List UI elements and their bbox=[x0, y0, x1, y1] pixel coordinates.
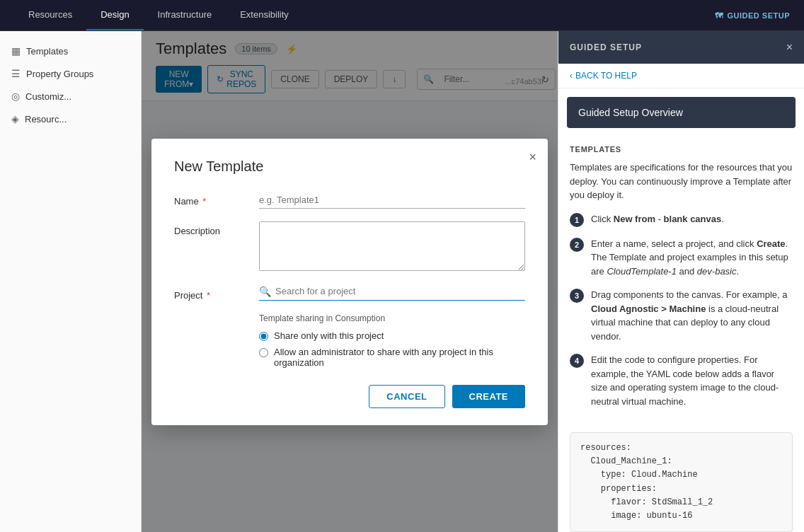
tab-extensibility[interactable]: Extensibility bbox=[226, 0, 303, 30]
map-icon: 🗺 bbox=[715, 11, 723, 20]
tab-resources[interactable]: Resources bbox=[14, 0, 86, 30]
guided-panel-header: GUIDED SETUP × bbox=[558, 31, 804, 64]
project-search-input[interactable] bbox=[275, 286, 525, 296]
sidebar-item-templates[interactable]: ▦ Templates bbox=[0, 40, 141, 62]
step-text-2: Enter a name, select a project, and clic… bbox=[591, 237, 793, 279]
project-search-icon: 🔍 bbox=[259, 286, 271, 297]
property-groups-icon: ☰ bbox=[11, 68, 21, 79]
tab-design[interactable]: Design bbox=[86, 0, 143, 30]
project-field-row: Project * 🔍 bbox=[174, 286, 525, 301]
sharing-option-1: Share only with this project bbox=[259, 330, 525, 341]
nav-tabs: Resources Design Infrastructure Extensib… bbox=[14, 0, 715, 30]
tab-infrastructure[interactable]: Infrastructure bbox=[144, 0, 226, 30]
project-label: Project * bbox=[174, 286, 259, 301]
resources-icon: ◈ bbox=[11, 113, 19, 125]
name-label: Name * bbox=[174, 192, 259, 207]
sidebar-item-resources[interactable]: ◈ Resourc... bbox=[0, 108, 141, 130]
sharing-section: Template sharing in Consumption Share on… bbox=[259, 313, 525, 368]
guided-panel-close-button[interactable]: × bbox=[786, 41, 793, 54]
templates-section-label: TEMPLATES bbox=[570, 145, 793, 154]
sharing-option-2: Allow an administrator to share with any… bbox=[259, 347, 525, 368]
chevron-left-icon: ‹ bbox=[570, 71, 573, 81]
project-search-wrapper: 🔍 bbox=[259, 286, 525, 301]
name-field bbox=[259, 192, 525, 209]
sidebar: ▦ Templates ☰ Property Groups ◎ Customiz… bbox=[0, 31, 142, 532]
step-1: 1 Click New from - blank canvas. bbox=[570, 212, 793, 227]
step-number-1: 1 bbox=[570, 213, 584, 227]
modal-footer: CANCEL CREATE bbox=[174, 385, 525, 408]
step-3: 3 Drag components to the canvas. For exa… bbox=[570, 288, 793, 343]
step-text-4: Edit the code to configure properties. F… bbox=[591, 353, 793, 408]
guided-setup-toggle[interactable]: 🗺 GUIDED SETUP bbox=[715, 11, 790, 20]
guided-overview-box: Guided Setup Overview bbox=[567, 97, 796, 128]
sidebar-item-property-groups[interactable]: ☰ Property Groups bbox=[0, 62, 141, 85]
top-nav: Resources Design Infrastructure Extensib… bbox=[0, 0, 804, 31]
sharing-title: Template sharing in Consumption bbox=[259, 313, 525, 323]
cancel-button[interactable]: CANCEL bbox=[369, 385, 444, 408]
project-required-star: * bbox=[204, 290, 210, 301]
step-number-2: 2 bbox=[570, 238, 584, 252]
name-field-row: Name * bbox=[174, 192, 525, 209]
sharing-radio-1[interactable] bbox=[259, 332, 268, 341]
step-number-3: 3 bbox=[570, 289, 584, 303]
modal-close-button[interactable]: × bbox=[529, 150, 536, 165]
description-field-row: Description bbox=[174, 221, 525, 273]
step-text-3: Drag components to the canvas. For examp… bbox=[591, 288, 793, 343]
customizations-icon: ◎ bbox=[11, 91, 20, 102]
sharing-radio-2[interactable] bbox=[259, 348, 268, 357]
step-4: 4 Edit the code to configure properties.… bbox=[570, 353, 793, 408]
create-button[interactable]: CREATE bbox=[452, 385, 525, 408]
description-textarea[interactable] bbox=[259, 221, 525, 271]
back-to-help-link[interactable]: ‹ BACK TO HELP bbox=[558, 64, 804, 88]
guided-panel: GUIDED SETUP × ‹ BACK TO HELP Guided Set… bbox=[558, 31, 804, 532]
templates-icon: ▦ bbox=[11, 45, 21, 57]
templates-section: TEMPLATES Templates are specifications f… bbox=[558, 137, 804, 427]
new-template-modal: × New Template Name * Description bbox=[151, 139, 548, 425]
step-2: 2 Enter a name, select a project, and cl… bbox=[570, 237, 793, 279]
modal-title: New Template bbox=[174, 158, 525, 175]
sidebar-item-customizations[interactable]: ◎ Customiz... bbox=[0, 85, 141, 108]
name-input[interactable] bbox=[259, 192, 525, 209]
description-field bbox=[259, 221, 525, 273]
modal-overlay: × New Template Name * Description bbox=[142, 31, 558, 532]
guided-panel-title: GUIDED SETUP bbox=[570, 42, 642, 52]
name-required-star: * bbox=[200, 196, 207, 207]
step-number-4: 4 bbox=[570, 354, 584, 368]
content-area: Templates 10 items ⚡ ...c74ab53f NEW FRO… bbox=[142, 31, 558, 532]
yaml-code-block: resources: Cloud_Machine_1: type: Cloud.… bbox=[570, 432, 793, 532]
main-layout: ▦ Templates ☰ Property Groups ◎ Customiz… bbox=[0, 31, 804, 532]
description-label: Description bbox=[174, 221, 259, 236]
step-list: 1 Click New from - blank canvas. 2 Enter… bbox=[570, 212, 793, 409]
templates-description: Templates are specifications for the res… bbox=[570, 161, 793, 202]
step-text-1: Click New from - blank canvas. bbox=[591, 212, 724, 226]
project-field: 🔍 bbox=[259, 286, 525, 301]
